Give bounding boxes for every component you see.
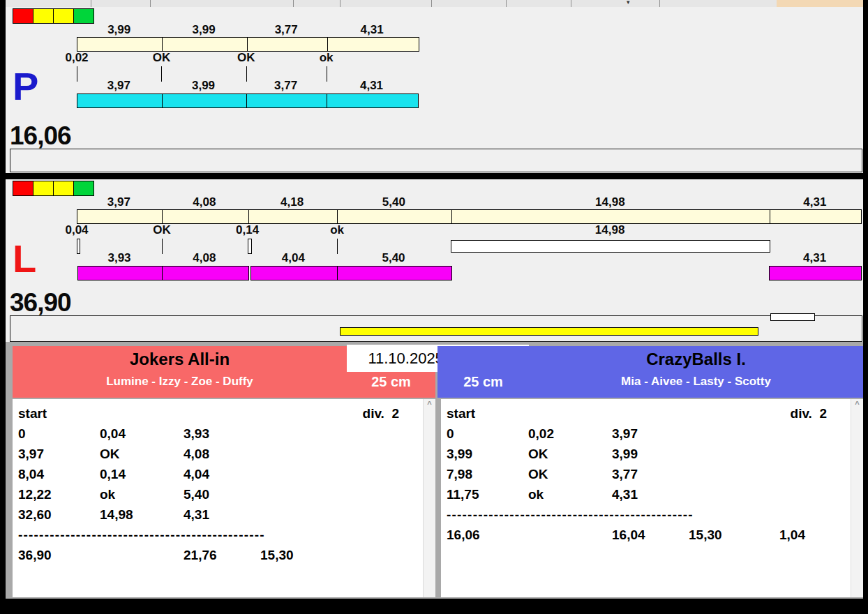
run-bar (77, 93, 419, 108)
toolbar-button-separator (340, 0, 341, 7)
run-segment-divider (162, 94, 163, 107)
table-cell: OK (100, 444, 120, 464)
run-segment-label: 4,31 (360, 79, 383, 93)
run-bar (250, 266, 452, 280)
progress-track (10, 149, 862, 172)
lane-letter-p: P (13, 67, 38, 106)
start-light-1 (33, 181, 54, 196)
changeover-slot (77, 239, 80, 254)
split-label: OK (153, 223, 171, 237)
table-cell: start (447, 403, 475, 424)
table-cell: start (18, 403, 47, 424)
start-light-1 (33, 8, 54, 24)
run-segment-label: 4,04 (282, 251, 305, 265)
plan-segment-divider (162, 38, 163, 51)
start-light-2 (53, 181, 74, 196)
results-table-right[interactable]: startdiv. 200,023,973,99OK3,997,98OK3,77… (441, 399, 863, 597)
lane-panel-p: 3,993,993,774,310,02OKOKok3,973,993,774,… (6, 7, 863, 173)
plan-segment-divider (451, 210, 452, 223)
start-light-0 (13, 8, 33, 24)
results-table-left[interactable]: startdiv. 200,043,933,97OK4,088,040,144,… (13, 399, 435, 597)
jump-height-right: 25 cm (437, 372, 529, 393)
toolbar-button-separator (150, 0, 151, 7)
table-cell: 36,90 (18, 545, 52, 565)
split-label: OK (237, 51, 255, 65)
start-light-3 (73, 8, 94, 24)
plan-bar (77, 37, 419, 52)
run-segment-label: 3,77 (274, 79, 297, 93)
plan-segment-divider (247, 38, 248, 51)
rerun-hollow-bar (451, 240, 770, 253)
changeover-tick (161, 66, 162, 82)
team-name-left: Jokers All-in (13, 347, 347, 370)
split-label: 0,14 (236, 223, 259, 237)
table-cell: 3,99 (612, 444, 638, 464)
start-lights (13, 8, 96, 24)
run-bar (769, 266, 862, 280)
table-cell: 5,40 (184, 484, 209, 504)
changeover-slot (248, 239, 252, 254)
table-dashes-row: ----------------------------------------… (18, 525, 265, 545)
teams-section: Jokers All-in Lumine - Izzy - Zoe - Duff… (6, 342, 863, 599)
changeover-tick (337, 239, 338, 254)
start-light-2 (53, 8, 74, 24)
start-lights (13, 181, 96, 196)
run-segment-divider (327, 94, 327, 107)
changeover-tick (327, 66, 327, 82)
scroll-up-arrow-icon[interactable]: ^ (851, 399, 863, 410)
team-dogs-left: Lumine - Izzy - Zoe - Duffy (13, 372, 347, 393)
scroll-up-arrow-icon[interactable]: ^ (424, 399, 435, 410)
start-light-3 (73, 181, 94, 196)
panel-divider (6, 173, 863, 179)
table-cell-division: div. 2 (363, 403, 399, 424)
table-dashes-row: ----------------------------------------… (447, 504, 694, 525)
table-cell: 3,77 (612, 464, 638, 484)
plan-bar (77, 209, 862, 224)
table-cell: 12,22 (18, 484, 52, 504)
table-cell: 21,76 (184, 545, 217, 565)
table-cell: ok (100, 484, 115, 504)
lane-total-time: 16,06 (10, 121, 71, 151)
split-label: 0,04 (65, 223, 88, 237)
table-cell: ok (528, 484, 544, 504)
progress-bar (340, 327, 758, 336)
plan-segment-divider (770, 210, 770, 223)
run-segment-label: 3,99 (192, 79, 215, 93)
run-segment-label: 3,97 (107, 79, 130, 93)
team-header-right: 25 cm CrazyBalls I. Mia - Aivee - Lasty … (437, 346, 863, 398)
table-cell: 11,75 (447, 484, 479, 504)
table-scrollbar[interactable]: ^ (423, 399, 435, 597)
plan-segment-label: 3,97 (107, 195, 130, 209)
table-cell: 8,04 (18, 464, 44, 484)
start-light-0 (13, 181, 33, 196)
toolbar-button-separator (506, 0, 507, 7)
table-cell: 3,97 (18, 444, 44, 464)
progress-track (10, 315, 862, 342)
split-label: 0,02 (65, 51, 88, 65)
team-dogs-right: Mia - Aivee - Lasty - Scotty (529, 372, 863, 393)
table-cell: 0,04 (100, 424, 126, 444)
plan-segment-label: 14,98 (595, 195, 625, 209)
table-cell: 15,30 (689, 525, 722, 545)
table-scrollbar[interactable]: ^ (851, 399, 863, 597)
run-segment-divider (162, 267, 163, 280)
table-cell: 3,99 (447, 444, 472, 464)
chevron-down-icon: ▾ (627, 0, 630, 6)
run-segment-divider (337, 267, 338, 280)
table-cell: 0 (447, 424, 454, 444)
table-cell: 1,04 (779, 525, 805, 545)
table-cell: OK (528, 464, 548, 484)
table-cell: 3,97 (612, 424, 638, 444)
table-cell: 3,93 (184, 424, 209, 444)
plan-segment-divider (162, 210, 163, 223)
table-cell: 4,04 (184, 464, 209, 484)
lane-letter-l: L (13, 239, 36, 278)
plan-segment-divider (337, 210, 338, 223)
progress-marker (770, 313, 815, 321)
plan-segment-divider (248, 210, 249, 223)
toolbar-button-separator (431, 0, 432, 7)
jump-height-left: 25 cm (347, 372, 435, 393)
plan-segment-label: 3,99 (193, 23, 216, 37)
run-bar (77, 266, 249, 280)
table-cell: 14,98 (100, 504, 133, 525)
